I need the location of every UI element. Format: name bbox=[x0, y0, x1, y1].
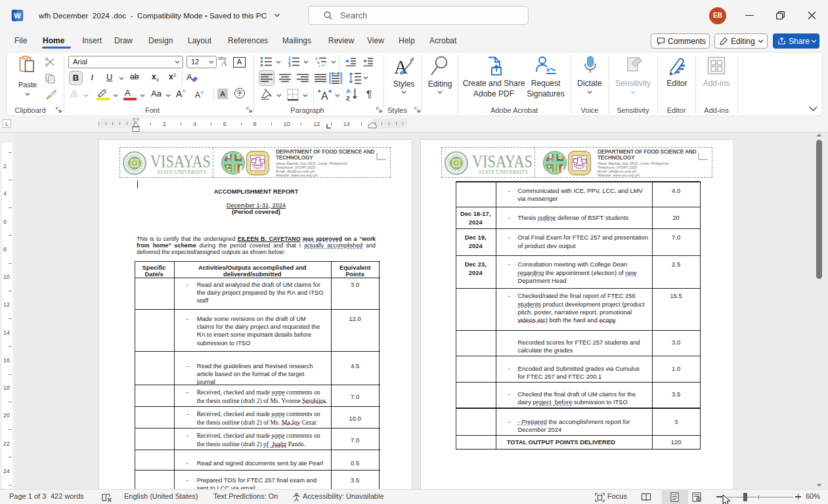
svg-text:STATE UNIVERSITY: STATE UNIVERSITY bbox=[479, 169, 529, 175]
svg-text:i: i bbox=[319, 64, 320, 68]
svg-text:3: 3 bbox=[288, 63, 291, 68]
svg-text:A: A bbox=[321, 91, 328, 101]
svg-text:Z: Z bbox=[346, 94, 350, 102]
svg-text:W: W bbox=[14, 12, 21, 20]
svg-text:x: x bbox=[546, 66, 550, 73]
svg-text:STATE UNIVERSITY: STATE UNIVERSITY bbox=[157, 169, 207, 175]
svg-text:A: A bbox=[346, 87, 351, 94]
